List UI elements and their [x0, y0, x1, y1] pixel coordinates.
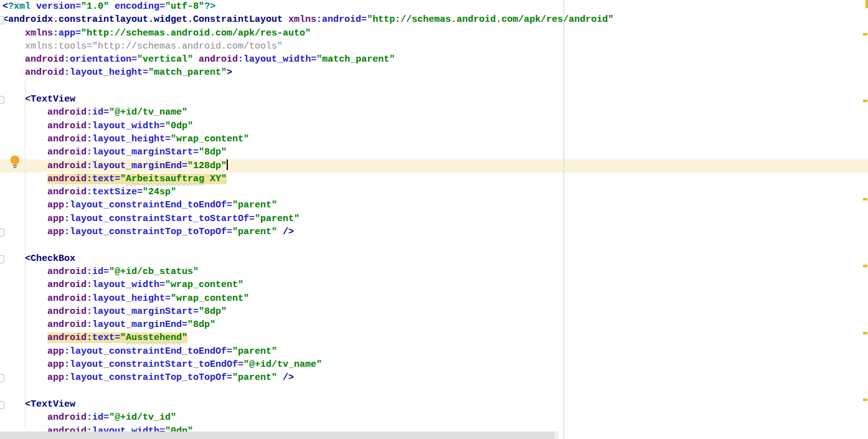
- code-line[interactable]: android:layout_height="wrap_content": [0, 133, 868, 146]
- code-line[interactable]: android:text="Arbeitsauftrag XY": [0, 172, 868, 186]
- code-token: android: [47, 319, 87, 330]
- code-token: Ausstehend: [126, 333, 182, 343]
- code-token: android: [47, 174, 87, 184]
- code-line[interactable]: android:layout_marginEnd="8dp": [0, 318, 868, 331]
- code-token: :android=: [316, 14, 367, 25]
- code-token: [277, 372, 283, 383]
- stripe-warning-mark[interactable]: [863, 100, 867, 102]
- code-token: :layout_width=: [87, 121, 165, 131]
- code-token: android: [199, 54, 238, 65]
- code-token: android: [25, 54, 64, 65]
- code-token: android: [47, 412, 87, 423]
- code-token: android: [47, 293, 87, 304]
- code-token: ": [120, 174, 126, 184]
- code-line[interactable]: android:layout_marginEnd="128dp": [0, 159, 868, 172]
- code-token: android: [47, 333, 87, 343]
- fold-marker-icon[interactable]: [0, 16, 4, 24]
- code-token: :layout_marginStart=: [87, 147, 199, 158]
- code-token: :app=: [53, 28, 81, 39]
- stripe-warning-mark[interactable]: [863, 332, 867, 334]
- code-token: :layout_constraintStart_toEndOf=: [64, 359, 243, 370]
- code-token: app: [47, 227, 64, 237]
- code-token: "128dp": [187, 161, 227, 171]
- code-line[interactable]: android:layout_height="match_parent">: [0, 66, 868, 79]
- code-line[interactable]: [0, 80, 868, 93]
- code-token: "8dp": [199, 147, 227, 158]
- code-token: "parent": [232, 372, 277, 383]
- stripe-analysis-bar[interactable]: [866, 0, 868, 8]
- code-line[interactable]: xmlns:tools="http://schemas.android.com/…: [0, 40, 868, 53]
- right-margin-guide: [564, 0, 564, 439]
- code-line[interactable]: <CheckBox: [0, 252, 868, 265]
- stripe-warning-mark[interactable]: [863, 265, 867, 267]
- code-area[interactable]: <?xml version="1.0" encoding="utf-8"?><a…: [0, 0, 868, 438]
- code-token: [283, 14, 288, 25]
- code-line[interactable]: android:id="@+id/tv_name": [0, 106, 868, 119]
- fold-marker-icon[interactable]: [0, 255, 4, 263]
- stripe-warning-mark[interactable]: [863, 33, 867, 35]
- code-line[interactable]: <TextView: [0, 398, 868, 411]
- code-line[interactable]: android:textSize="24sp": [0, 186, 868, 199]
- fold-marker-icon[interactable]: [0, 96, 4, 104]
- code-line[interactable]: android:id="@+id/tv_id": [0, 411, 868, 424]
- code-token: />: [283, 372, 294, 383]
- code-line[interactable]: app:layout_constraintEnd_toEndOf="parent…: [0, 345, 868, 358]
- code-line[interactable]: [0, 238, 868, 252]
- code-token: xmlns: [288, 14, 316, 25]
- code-token: ": [182, 333, 187, 343]
- code-token: :layout_height=: [87, 293, 171, 304]
- code-line[interactable]: android:layout_marginStart="8dp": [0, 305, 868, 318]
- fold-marker-icon[interactable]: [0, 229, 4, 237]
- code-line[interactable]: <?xml version="1.0" encoding="utf-8"?>: [0, 0, 868, 13]
- code-line[interactable]: app:layout_constraintEnd_toEndOf="parent…: [0, 199, 868, 212]
- code-token: :orientation=: [64, 54, 137, 65]
- fold-marker-icon[interactable]: [0, 374, 4, 382]
- code-token: "http://schemas.android.com/apk/res-auto…: [81, 28, 311, 39]
- code-token: <androidx.constraintlayout.widget.Constr…: [2, 14, 283, 25]
- code-line[interactable]: xmlns:app="http://schemas.android.com/ap…: [0, 27, 868, 40]
- intention-lightbulb-icon[interactable]: [10, 155, 20, 172]
- code-token: :layout_constraintEnd_toEndOf=: [64, 200, 232, 210]
- code-token: [2, 67, 25, 78]
- indent-guide: [25, 80, 26, 428]
- code-line[interactable]: app:layout_constraintStart_toStartOf="pa…: [0, 212, 868, 225]
- code-token: "parent": [232, 227, 277, 237]
- code-token: app: [47, 214, 64, 224]
- code-token: ?>: [204, 1, 215, 12]
- code-token: android: [47, 306, 87, 317]
- horizontal-scrollbar-thumb[interactable]: [0, 432, 554, 439]
- code-line[interactable]: android:layout_marginStart="8dp": [0, 146, 868, 159]
- stripe-warning-mark[interactable]: [863, 399, 867, 401]
- code-line[interactable]: android:text="Ausstehend": [0, 331, 868, 344]
- code-token: :layout_height=: [64, 67, 148, 78]
- code-token: android: [47, 107, 87, 118]
- code-token: <: [2, 1, 8, 12]
- code-line[interactable]: android:layout_width="wrap_content": [0, 278, 868, 291]
- code-token: :layout_width=: [238, 54, 316, 65]
- code-line[interactable]: app:layout_constraintStart_toEndOf="@+id…: [0, 358, 868, 371]
- code-token: :id=: [87, 267, 109, 277]
- code-line[interactable]: <androidx.constraintlayout.widget.Constr…: [0, 13, 868, 26]
- code-line[interactable]: app:layout_constraintTop_toTopOf="parent…: [0, 371, 868, 384]
- code-token: "@+id/tv_name": [243, 359, 322, 370]
- code-line[interactable]: app:layout_constraintTop_toTopOf="parent…: [0, 225, 868, 238]
- code-token: android: [47, 121, 87, 131]
- code-line[interactable]: [0, 385, 868, 398]
- stripe-warning-mark[interactable]: [863, 198, 867, 201]
- code-token: xmlns: [25, 28, 53, 39]
- code-token: android: [47, 161, 87, 171]
- code-line[interactable]: android:layout_width="0dp": [0, 120, 868, 133]
- horizontal-scrollbar[interactable]: [0, 432, 559, 439]
- code-token: :id=: [87, 107, 109, 118]
- code-token: [31, 1, 36, 12]
- code-line[interactable]: android:layout_height="wrap_content": [0, 292, 868, 305]
- code-line[interactable]: android:orientation="vertical" android:l…: [0, 53, 868, 66]
- code-token: <TextView: [25, 94, 75, 105]
- code-token: XY": [204, 174, 227, 184]
- code-token: app: [47, 359, 64, 370]
- code-token: [2, 253, 25, 264]
- code-token: [277, 227, 283, 237]
- code-line[interactable]: <TextView: [0, 93, 868, 106]
- fold-marker-icon[interactable]: [0, 401, 4, 409]
- code-line[interactable]: android:id="@+id/cb_status": [0, 265, 868, 278]
